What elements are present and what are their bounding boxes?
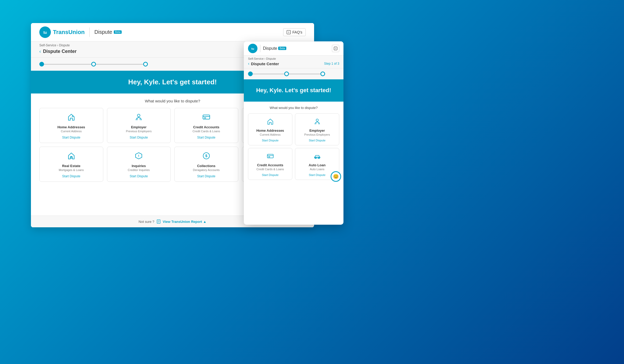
svg-text:$: $ <box>71 157 72 159</box>
inquiries-icon: ! <box>110 152 168 162</box>
front-card-home-addresses[interactable]: Home Addresses Current Address Start Dis… <box>248 113 292 145</box>
view-report-link[interactable]: View TransUnion Report ▲ <box>163 220 207 224</box>
logo-area: tu TransUnion Dispute Beta <box>39 26 122 38</box>
card-subtitle: Deragatory Accounts <box>178 168 235 172</box>
front-nav-left: ‹ Dispute Center <box>248 61 279 66</box>
start-dispute-link[interactable]: Start Dispute <box>197 174 215 178</box>
front-window: tu Dispute Beta ? Self-Service › Dispute… <box>244 41 343 225</box>
svg-line-35 <box>318 123 319 124</box>
front-step-3-dot <box>320 71 325 76</box>
svg-rect-38 <box>268 156 270 157</box>
back-chevron-icon[interactable]: ‹ <box>39 49 41 54</box>
front-divider <box>260 45 260 52</box>
start-dispute-link[interactable]: Start Dispute <box>130 174 148 178</box>
front-faq-icon: ? <box>334 47 337 50</box>
front-back-chevron[interactable]: ‹ <box>248 61 249 66</box>
real-estate-icon: $ <box>43 152 100 162</box>
svg-text:$: $ <box>205 154 207 158</box>
start-dispute-link[interactable]: Start Dispute <box>62 174 80 178</box>
card-title: Credit Accounts <box>178 125 235 129</box>
svg-rect-36 <box>267 154 273 158</box>
card-subtitle: Current Address <box>43 130 100 133</box>
front-card-credit-accounts[interactable]: Credit Accounts Credit Cards & Loans Sta… <box>248 148 292 180</box>
front-card-auto-loan[interactable]: Auto Loan Auto Loans Start Dispute 😊 <box>295 148 339 180</box>
front-credit-card-icon <box>251 152 289 162</box>
back-header: tu TransUnion Dispute Beta ? FAQ's <box>31 23 314 41</box>
card-real-estate[interactable]: $ Real Estate Mortgages & Loans Start Di… <box>39 147 103 182</box>
front-cards-grid: Home Addresses Current Address Start Dis… <box>248 113 339 180</box>
card-credit-accounts[interactable]: Credit Accounts Credit Cards & Loans Sta… <box>174 108 238 143</box>
card-subtitle: Credit Cards & Loans <box>178 130 235 133</box>
card-home-addresses[interactable]: Home Addresses Current Address Start Dis… <box>39 108 103 143</box>
front-header: tu Dispute Beta ? <box>244 41 343 56</box>
collections-icon: $ <box>178 152 235 162</box>
dispute-label: Dispute Beta <box>94 29 122 35</box>
svg-rect-3 <box>71 118 72 120</box>
front-step-line-2 <box>289 74 320 74</box>
card-title: Employer <box>110 125 168 129</box>
front-breadcrumb: Self-Service › Dispute <box>244 56 343 60</box>
front-card-subtitle: Previous Employers <box>298 133 336 136</box>
card-subtitle: Mortgages & Loans <box>43 168 100 172</box>
front-hero: Hey, Kyle. Let's get started! <box>244 79 343 102</box>
front-logo-area: tu Dispute Beta <box>248 44 286 53</box>
svg-text:?: ? <box>335 47 336 50</box>
faq-icon: ? <box>287 30 291 34</box>
front-step-1-dot <box>248 71 253 76</box>
dispute-center-title: Dispute Center <box>43 49 77 54</box>
start-dispute-link[interactable]: Start Dispute <box>197 136 215 139</box>
svg-point-4 <box>72 116 73 117</box>
front-start-dispute-link[interactable]: Start Dispute <box>309 173 326 177</box>
card-collections[interactable]: $ Collections Deragatory Accounts Start … <box>174 147 238 182</box>
front-card-title: Auto Loan <box>298 163 336 167</box>
front-card-title: Credit Accounts <box>251 163 289 167</box>
step-2-dot <box>91 62 96 67</box>
employer-icon <box>110 113 168 123</box>
tu-icon: tu <box>39 26 51 38</box>
svg-point-5 <box>137 114 140 117</box>
footer-not-sure: Not sure ? <box>139 220 154 224</box>
chevron-up-icon: ▲ <box>203 220 207 224</box>
svg-text:tu: tu <box>43 30 47 35</box>
card-title: Collections <box>178 164 235 168</box>
front-stepper <box>244 68 343 79</box>
front-subtitle: What would you like to dispute? <box>248 106 339 110</box>
front-start-dispute-link[interactable]: Start Dispute <box>309 139 326 142</box>
report-icon <box>157 219 161 224</box>
faq-button[interactable]: ? FAQ's <box>283 28 306 36</box>
front-tu-icon: tu <box>248 44 257 53</box>
svg-line-8 <box>140 118 140 120</box>
beta-badge: Beta <box>114 30 122 34</box>
start-dispute-link[interactable]: Start Dispute <box>62 136 80 139</box>
front-start-dispute-link[interactable]: Start Dispute <box>262 173 279 177</box>
svg-rect-9 <box>203 115 210 119</box>
card-employer[interactable]: Employer Previous Employers Start Disput… <box>107 108 171 143</box>
front-step-label: Step 1 of 3 <box>324 62 339 65</box>
step-line-1 <box>44 64 91 65</box>
credit-card-icon <box>178 113 235 123</box>
front-nav: ‹ Dispute Center Step 1 of 3 <box>244 60 343 68</box>
chat-avatar[interactable]: 😊 <box>331 171 341 182</box>
card-inquiries[interactable]: ! Inquiries Creditor Inquiries Start Dis… <box>107 147 171 182</box>
front-card-title: Employer <box>298 129 336 133</box>
card-title: Real Estate <box>43 164 100 168</box>
svg-line-7 <box>137 118 138 120</box>
logo-text: TransUnion <box>53 29 85 36</box>
svg-text:?: ? <box>288 31 290 34</box>
front-dispute-label: Dispute Beta <box>263 46 286 51</box>
front-step-line-1 <box>253 74 284 74</box>
card-title: Home Addresses <box>43 125 100 129</box>
front-card-title: Home Addresses <box>251 129 289 133</box>
card-subtitle: Previous Employers <box>110 130 168 133</box>
front-card-subtitle: Credit Cards & Loans <box>251 168 289 171</box>
svg-line-34 <box>316 123 316 124</box>
front-faq-button[interactable]: ? <box>332 45 339 52</box>
front-card-subtitle: Current Address <box>251 133 289 136</box>
front-employer-icon <box>298 118 336 127</box>
start-dispute-link[interactable]: Start Dispute <box>130 136 148 139</box>
front-card-employer[interactable]: Employer Previous Employers Start Disput… <box>295 113 339 145</box>
front-beta-badge: Beta <box>278 47 286 50</box>
svg-text:!: ! <box>138 154 139 158</box>
front-card-subtitle: Auto Loans <box>298 168 336 171</box>
front-start-dispute-link[interactable]: Start Dispute <box>262 139 279 142</box>
